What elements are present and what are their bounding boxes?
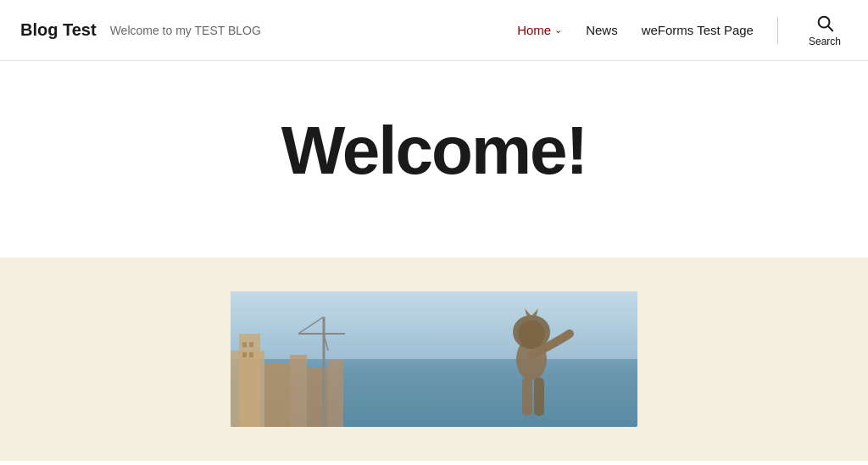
- svg-rect-4: [264, 363, 290, 427]
- nav-home-label: Home: [517, 23, 551, 37]
- statue-silhouette: [485, 300, 578, 427]
- header-left: Blog Test Welcome to my TEST BLOG: [20, 20, 261, 40]
- nav-item-home[interactable]: Home ⌄: [517, 23, 562, 37]
- svg-line-1: [828, 26, 832, 30]
- svg-rect-20: [534, 378, 544, 416]
- nav-divider: [777, 17, 778, 44]
- featured-image: [231, 291, 637, 427]
- svg-rect-9: [249, 342, 253, 347]
- site-title: Blog Test: [20, 20, 97, 40]
- svg-line-14: [298, 317, 324, 334]
- svg-rect-10: [242, 352, 247, 357]
- svg-rect-19: [522, 378, 532, 416]
- site-tagline: Welcome to my TEST BLOG: [110, 24, 261, 37]
- svg-rect-3: [239, 334, 260, 427]
- search-icon: [815, 14, 834, 32]
- main-nav: Home ⌄ News weForms Test Page: [517, 23, 754, 37]
- nav-item-news[interactable]: News: [586, 23, 618, 37]
- chevron-down-icon: ⌄: [554, 25, 562, 36]
- content-section: [0, 257, 868, 461]
- hero-title: Welcome!: [281, 112, 587, 190]
- search-label: Search: [809, 36, 841, 47]
- site-header: Blog Test Welcome to my TEST BLOG Home ⌄…: [0, 0, 868, 61]
- crane-silhouette: [298, 317, 349, 427]
- svg-rect-8: [242, 342, 247, 347]
- svg-rect-11: [249, 352, 253, 357]
- hero-section: Welcome!: [0, 61, 868, 257]
- header-right: Home ⌄ News weForms Test Page Search: [517, 10, 848, 51]
- search-button[interactable]: Search: [802, 10, 848, 51]
- nav-item-weforms[interactable]: weForms Test Page: [642, 23, 754, 37]
